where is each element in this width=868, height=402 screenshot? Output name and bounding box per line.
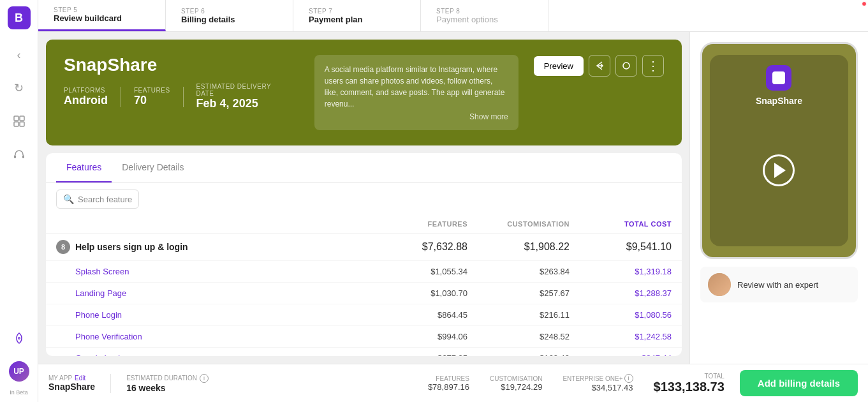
svg-point-7 xyxy=(18,338,20,339)
customisation-total-label: CUSTOMISATION xyxy=(490,375,542,382)
show-more-link[interactable]: Show more xyxy=(325,112,508,121)
app-icon-preview xyxy=(766,65,791,91)
sidebar-item-headset[interactable] xyxy=(9,144,29,165)
features-table: FEATURES CUSTOMISATION TOTAL COST 8 Help… xyxy=(46,215,682,356)
sidebar-item-back[interactable]: ‹ xyxy=(9,45,29,65)
nav-step-billing[interactable]: STEP 6 Billing details xyxy=(166,0,293,31)
enterprise-total-label: ENTERPRISE ONE+ i xyxy=(563,374,633,383)
svg-rect-5 xyxy=(22,155,24,158)
nav-step8-num: STEP 8 xyxy=(436,8,533,15)
bottom-app-info: MY APP Edit SnapShare xyxy=(48,375,95,392)
sidebar: B ‹ ↻ UP In Beta xyxy=(0,0,38,402)
nav-step5-label: Review buildcard xyxy=(54,13,150,23)
add-billing-button[interactable]: Add billing details xyxy=(740,370,858,396)
bottom-duration: ESTIMATED DURATION i 16 weeks xyxy=(126,374,209,393)
table-row[interactable]: Phone Login $864.45 $216.11 $1,080.56 xyxy=(46,304,682,326)
feature-total-splash: $1,319.18 xyxy=(570,267,672,276)
svg-point-8 xyxy=(623,63,629,69)
app-title: SnapShare xyxy=(64,55,299,75)
share-button[interactable] xyxy=(589,55,610,77)
nav-step-payment[interactable]: STEP 7 Payment plan xyxy=(293,0,421,31)
sidebar-logo[interactable]: B xyxy=(8,6,31,29)
expert-label: Review with an expert xyxy=(737,280,818,290)
group-label: Help users sign up & login xyxy=(75,242,188,252)
grand-total-val: $133,138.73 xyxy=(654,380,725,394)
total-enterprise: ENTERPRISE ONE+ i $34,517.43 xyxy=(563,374,633,392)
col-total-header: TOTAL COST xyxy=(570,220,672,228)
sidebar-item-undo[interactable]: ↻ xyxy=(9,78,29,98)
app-delivery: ESTIMATED DELIVERY DATE Feb 4, 2025 xyxy=(196,83,286,110)
feature-total-landing: $1,288.37 xyxy=(570,288,672,298)
feature-name-google: Google Login xyxy=(75,354,365,356)
delivery-label: ESTIMATED DELIVERY DATE xyxy=(196,83,274,97)
table-row[interactable]: Phone Verification $994.06 $248.52 $1,24… xyxy=(46,326,682,348)
refresh-button[interactable] xyxy=(615,55,637,77)
feature-name-splash: Splash Screen xyxy=(75,267,365,276)
preview-button[interactable]: Preview xyxy=(534,56,584,76)
grand-total: TOTAL $133,138.73 xyxy=(654,373,725,394)
feature-features-cost-splash: $1,055.34 xyxy=(365,267,467,276)
enterprise-info-icon: i xyxy=(624,374,633,383)
app-icon-inner xyxy=(772,71,785,84)
nav-step7-label: Payment plan xyxy=(309,15,405,24)
top-nav: STEP 5 Review buildcard STEP 6 Billing d… xyxy=(38,0,868,32)
nav-step-options[interactable]: STEP 8 Payment options xyxy=(421,0,548,31)
svg-rect-3 xyxy=(20,122,24,126)
nav-step5-num: STEP 5 xyxy=(54,6,150,13)
feature-total-phone-verify: $1,242.58 xyxy=(570,332,672,341)
phone-inner: SnapShare xyxy=(710,55,848,247)
expert-avatar xyxy=(708,273,731,296)
sidebar-avatar[interactable]: UP xyxy=(9,361,29,382)
group-title: 8 Help users sign up & login xyxy=(56,240,365,254)
center-panel: SnapShare PLATFORMS Android FEATURES 70 xyxy=(38,32,689,364)
expert-section[interactable]: Review with an expert xyxy=(700,267,858,302)
app-header-info: SnapShare PLATFORMS Android FEATURES 70 xyxy=(64,55,299,110)
feature-customisation-phone-login: $216.11 xyxy=(467,310,570,320)
table-row[interactable]: Splash Screen $1,055.34 $263.84 $1,319.1… xyxy=(46,261,682,283)
feature-customisation-splash: $263.84 xyxy=(467,267,570,276)
feature-features-cost-google: $677.95 xyxy=(365,354,467,356)
svg-rect-2 xyxy=(14,122,18,126)
app-description: A social media platform similar to Insta… xyxy=(314,55,519,130)
nav-step8-label: Payment options xyxy=(436,15,533,24)
features-label: FEATURES xyxy=(134,87,170,94)
total-label: TOTAL xyxy=(705,373,725,380)
sidebar-item-rocket[interactable] xyxy=(9,328,29,348)
sidebar-beta-label: In Beta xyxy=(10,389,28,396)
table-row[interactable]: Google Login $677.95 $169.49 $847.44 xyxy=(46,348,682,356)
svg-rect-4 xyxy=(14,155,16,158)
customisation-total-val: $19,724.29 xyxy=(501,382,542,392)
svg-rect-0 xyxy=(14,116,18,121)
feature-total-phone-login: $1,080.56 xyxy=(570,310,672,320)
app-name-preview: SnapShare xyxy=(756,96,802,106)
play-button[interactable] xyxy=(763,154,795,186)
platforms-value: Android xyxy=(64,94,108,107)
content-area: SnapShare PLATFORMS Android FEATURES 70 xyxy=(38,32,868,364)
delivery-value: Feb 4, 2025 xyxy=(196,97,274,110)
right-panel: SnapShare Review with an expert xyxy=(689,32,868,364)
feature-name-landing: Landing Page xyxy=(75,288,365,298)
tab-features[interactable]: Features xyxy=(56,153,112,182)
feature-name-phone-login: Phone Login xyxy=(75,310,365,320)
search-feature-box[interactable]: 🔍 Search feature xyxy=(56,190,139,209)
feature-customisation-google: $169.49 xyxy=(467,354,570,356)
col-features-header: FEATURES xyxy=(365,220,467,228)
sidebar-item-grid[interactable] xyxy=(9,111,29,131)
tab-delivery-details[interactable]: Delivery Details xyxy=(112,153,194,182)
edit-link[interactable]: Edit xyxy=(75,375,85,382)
app-features-count: FEATURES 70 xyxy=(134,87,184,107)
more-options-button[interactable]: ⋮ xyxy=(642,55,664,77)
feature-group-row[interactable]: 8 Help users sign up & login $7,632.88 $… xyxy=(46,234,682,261)
bottom-app-name: SnapShare xyxy=(48,382,95,392)
features-tabs: Features Delivery Details xyxy=(46,153,682,183)
table-header: FEATURES CUSTOMISATION TOTAL COST xyxy=(46,215,682,234)
svg-rect-1 xyxy=(20,116,24,121)
table-row[interactable]: Landing Page $1,030.70 $257.67 $1,288.37 xyxy=(46,283,682,304)
group-features-cost: $7,632.88 xyxy=(365,241,467,253)
nav-step-review[interactable]: STEP 5 Review buildcard xyxy=(38,0,166,31)
main-content: STEP 5 Review buildcard STEP 6 Billing d… xyxy=(38,0,868,402)
features-card: Features Delivery Details 🔍 Search featu… xyxy=(46,153,682,356)
enterprise-total-val: $34,517.43 xyxy=(592,383,633,392)
duration-label: ESTIMATED DURATION i xyxy=(126,374,209,383)
description-text: A social media platform similar to Insta… xyxy=(325,64,508,110)
